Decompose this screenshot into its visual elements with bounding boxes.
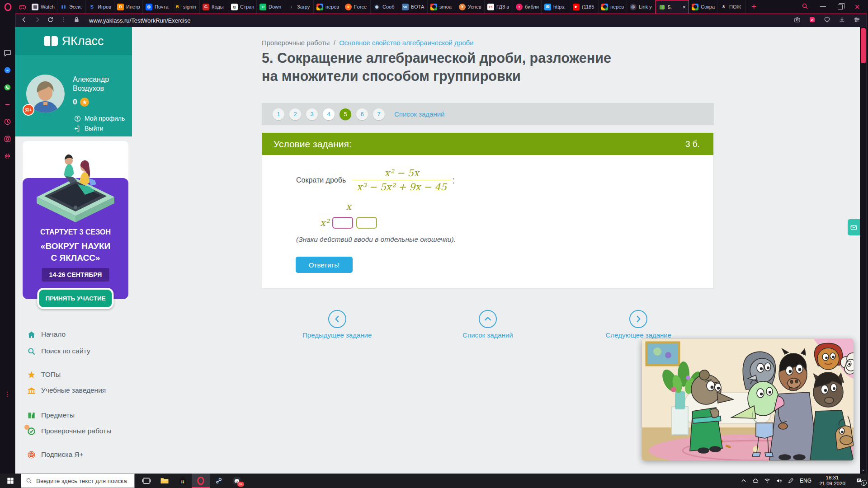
tab[interactable]: SИгров bbox=[86, 0, 114, 14]
sidebar-item-ya-plus[interactable]: Я+Подписка Я+ bbox=[15, 449, 132, 460]
taskbar-steam-icon[interactable] bbox=[210, 474, 228, 488]
tray-chevron-up-icon[interactable] bbox=[738, 478, 750, 484]
contest-banner[interactable]: СТАРТУЕТ 3 СЕЗОН «ВОКРУГ НАУКИ С ЯКЛАСС»… bbox=[23, 141, 128, 314]
wifi-icon[interactable] bbox=[761, 478, 773, 484]
history-icon[interactable] bbox=[4, 117, 12, 126]
sidebar-item-check-circle[interactable]: Проверочные работы bbox=[15, 425, 132, 437]
tab[interactable]: 3ПОЖ bbox=[717, 0, 746, 14]
taskbar-discord-icon[interactable]: 9+ bbox=[228, 474, 246, 488]
messenger-icon[interactable] bbox=[4, 66, 12, 74]
tab[interactable]: GКоды bbox=[200, 0, 228, 14]
exercise-number-6[interactable]: 6 bbox=[356, 108, 368, 120]
whatsapp-icon[interactable] bbox=[4, 83, 12, 91]
tab[interactable]: @Почта bbox=[143, 0, 171, 14]
tab[interactable]: gСтран bbox=[228, 0, 257, 14]
tab[interactable]: DИнстр bbox=[114, 0, 143, 14]
url-text[interactable]: www.yaklass.ru/TestWorkRun/Exercise bbox=[89, 17, 190, 24]
vpn-shield-icon[interactable] bbox=[809, 16, 816, 25]
browser-search-icon[interactable] bbox=[802, 3, 808, 11]
snapshot-camera-icon[interactable] bbox=[794, 16, 801, 25]
exercise-number-7[interactable]: 7 bbox=[373, 108, 385, 120]
tab-active[interactable]: 5.× bbox=[656, 0, 689, 14]
tab[interactable]: @Link y bbox=[627, 0, 656, 14]
clock[interactable]: 18:31 21.09.2020 bbox=[815, 475, 850, 487]
tab[interactable]: перев bbox=[314, 0, 342, 14]
pip-video-overlay[interactable] bbox=[642, 339, 854, 460]
taskbar-opera-icon[interactable] bbox=[192, 474, 210, 488]
sidebar-item-star[interactable]: ТОПы bbox=[15, 369, 132, 380]
lock-icon[interactable] bbox=[73, 16, 80, 25]
notification-center-icon[interactable]: 1 bbox=[850, 478, 868, 484]
join-contest-button[interactable]: ПРИНЯТЬ УЧАСТИЕ bbox=[37, 288, 113, 309]
tab[interactable]: ГзГДЗ в bbox=[485, 0, 513, 14]
answer-input-1[interactable] bbox=[332, 217, 353, 229]
bottom-nav-chevron-up[interactable]: Список заданий bbox=[412, 310, 563, 339]
exercise-number-4[interactable]: 4 bbox=[323, 108, 335, 120]
submit-answer-button[interactable]: Ответить! bbox=[296, 257, 353, 273]
tab[interactable]: VKБОТА bbox=[399, 0, 428, 14]
download-icon[interactable] bbox=[839, 16, 845, 25]
sidebar-item-search[interactable]: Поиск по сайту bbox=[15, 345, 132, 357]
minimize-button[interactable] bbox=[820, 6, 826, 7]
sidebar-more-icon[interactable]: ⋮ bbox=[0, 390, 15, 398]
forward-icon[interactable] bbox=[34, 16, 41, 25]
tab[interactable]: УУспев bbox=[456, 0, 485, 14]
tab[interactable]: ▶(1185 bbox=[570, 0, 599, 14]
scroll-down-icon[interactable]: ⌄ bbox=[860, 467, 867, 472]
sidebar-item-bank[interactable]: Учебные заведения bbox=[15, 385, 132, 396]
tab[interactable]: ◉Сооб bbox=[371, 0, 399, 14]
bottom-nav-chevron-left[interactable]: Предыдущее задание bbox=[262, 310, 412, 339]
sidebar-item-home[interactable]: Начало bbox=[15, 328, 132, 340]
taskbar-search-input[interactable]: Введите здесь текст для поиска bbox=[21, 474, 135, 488]
taskbar-task-view-icon[interactable] bbox=[137, 474, 156, 488]
onedrive-cloud-icon[interactable] bbox=[750, 478, 761, 484]
task-list-link[interactable]: Список заданий bbox=[394, 110, 444, 118]
tab[interactable]: ❚❚Эсси, bbox=[57, 0, 86, 14]
language-indicator[interactable]: ENG bbox=[797, 478, 815, 484]
tab[interactable]: ◆Force bbox=[342, 0, 371, 14]
taskbar-store-icon[interactable] bbox=[174, 474, 192, 488]
tab-close-icon[interactable]: × bbox=[682, 4, 686, 10]
tab[interactable]: ✉https: bbox=[542, 0, 570, 14]
tab[interactable]: TIDown bbox=[257, 0, 285, 14]
exercise-number-5-active[interactable]: 5 bbox=[340, 108, 351, 120]
exercise-number-1[interactable]: 1 bbox=[273, 108, 284, 120]
profile-link[interactable]: Мой профиль bbox=[74, 115, 125, 122]
gamepad-icon[interactable] bbox=[15, 3, 29, 11]
tab[interactable]: Rsignin bbox=[171, 0, 200, 14]
settings-gear-icon[interactable] bbox=[4, 152, 12, 160]
breadcrumb-current[interactable]: Основное свойство алгебраической дроби bbox=[339, 39, 473, 47]
tab[interactable]: ↓Загру bbox=[285, 0, 314, 14]
tab[interactable]: перев bbox=[599, 0, 627, 14]
volume-icon[interactable] bbox=[773, 478, 785, 484]
chat-icon[interactable] bbox=[4, 49, 12, 57]
tab[interactable]: ●библи bbox=[513, 0, 542, 14]
scrollbar-thumb[interactable] bbox=[861, 28, 866, 63]
exercise-number-3[interactable]: 3 bbox=[306, 108, 318, 120]
settings-tune-icon[interactable] bbox=[854, 16, 860, 25]
logout-link[interactable]: Выйти bbox=[74, 125, 103, 132]
back-icon[interactable] bbox=[21, 16, 28, 25]
yaklass-logo[interactable]: ЯКласс bbox=[15, 27, 132, 55]
taskbar-explorer-icon[interactable] bbox=[156, 474, 174, 488]
sidebar-item-books[interactable]: Предметы bbox=[15, 409, 132, 421]
new-tab-button[interactable]: + bbox=[746, 2, 762, 12]
instagram-icon[interactable] bbox=[4, 135, 12, 143]
bottom-nav-chevron-right[interactable]: Следующее задание bbox=[563, 310, 714, 339]
opera-logo-icon[interactable] bbox=[0, 3, 15, 11]
reload-icon[interactable] bbox=[47, 16, 54, 25]
tab[interactable]: Сокра bbox=[689, 0, 717, 14]
answer-input-2[interactable] bbox=[356, 217, 377, 229]
page-scrollbar[interactable]: ⌄ bbox=[860, 27, 867, 474]
tab[interactable]: smoa bbox=[428, 0, 456, 14]
dots-icon[interactable] bbox=[60, 16, 67, 25]
bookmark-heart-icon[interactable] bbox=[824, 16, 830, 25]
close-window-button[interactable]: × bbox=[854, 2, 860, 11]
pen-icon[interactable] bbox=[785, 478, 797, 484]
exercise-number-2[interactable]: 2 bbox=[289, 108, 301, 120]
start-button[interactable] bbox=[0, 474, 21, 488]
feedback-envelope-tab[interactable] bbox=[848, 219, 860, 235]
restore-button[interactable] bbox=[838, 5, 843, 9]
tab[interactable]: ▤Watch bbox=[29, 0, 57, 14]
breadcrumb-root[interactable]: Проверочные работы bbox=[262, 39, 330, 47]
